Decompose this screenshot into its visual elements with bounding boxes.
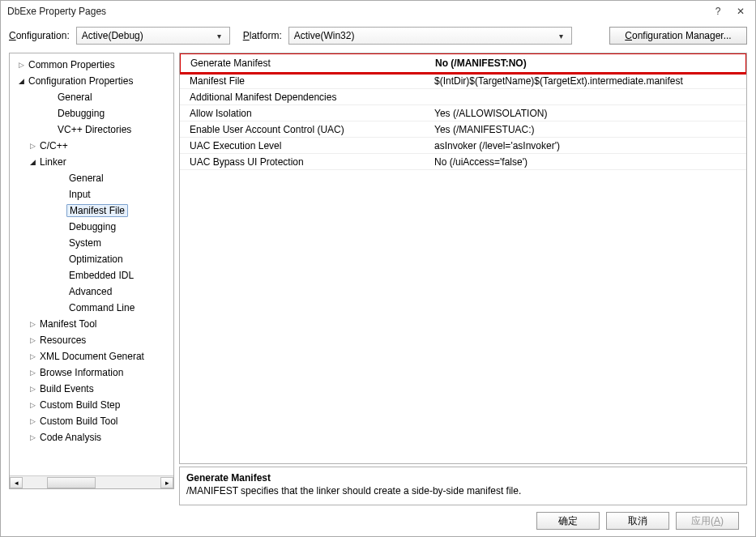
triangle-closed-icon[interactable]: ▷ xyxy=(28,320,37,328)
tree-item[interactable]: ▷Build Events xyxy=(10,381,173,397)
tree-item[interactable]: ▷C/C++ xyxy=(10,138,173,154)
tree-item[interactable]: Debugging xyxy=(10,219,173,235)
tree-item-label: Code Analysis xyxy=(37,432,104,443)
tree-item[interactable]: General xyxy=(10,89,173,105)
triangle-open-icon[interactable]: ◢ xyxy=(16,77,26,85)
tree-item-label: Resources xyxy=(37,335,88,346)
tree-item-label: Custom Build Step xyxy=(37,399,122,411)
property-value[interactable]: asInvoker (/level='asInvoker') xyxy=(431,140,746,151)
chevron-down-icon: ▾ xyxy=(555,32,568,40)
tree-item[interactable]: Command Line xyxy=(10,300,173,316)
tree-item-label: Browse Information xyxy=(37,367,126,378)
tree-item[interactable]: General xyxy=(10,170,173,186)
property-name: Enable User Account Control (UAC) xyxy=(180,124,431,135)
tree-item[interactable]: Advanced xyxy=(10,283,173,300)
triangle-closed-icon[interactable]: ▷ xyxy=(28,417,37,425)
tree-item[interactable]: ▷Custom Build Tool xyxy=(10,413,173,429)
property-value[interactable]: Yes (/ALLOWISOLATION) xyxy=(431,108,746,119)
tree-item[interactable]: ▷Code Analysis xyxy=(10,429,173,445)
tree-item-label: XML Document Generat xyxy=(37,351,147,362)
tree-item-label: Embedded IDL xyxy=(66,270,136,281)
property-grid[interactable]: Generate ManifestNo (/MANIFEST:NO)Manife… xyxy=(179,53,747,464)
property-row[interactable]: UAC Bypass UI ProtectionNo (/uiAccess='f… xyxy=(180,154,746,170)
tree-item-label: Optimization xyxy=(66,254,126,265)
ok-button[interactable]: 确定 xyxy=(536,512,600,530)
configuration-manager-button[interactable]: Configuration Manager... xyxy=(609,27,747,45)
horizontal-scrollbar[interactable]: ◂ ▸ xyxy=(10,475,173,488)
property-row[interactable]: Enable User Account Control (UAC)Yes (/M… xyxy=(180,121,746,138)
triangle-closed-icon[interactable]: ▷ xyxy=(28,385,37,393)
tree-item-label: System xyxy=(66,237,104,249)
tree-item[interactable]: Debugging xyxy=(10,105,173,121)
property-name: Allow Isolation xyxy=(180,108,431,119)
property-name: Additional Manifest Dependencies xyxy=(180,92,431,103)
platform-label: Platform: xyxy=(243,30,282,41)
property-value[interactable]: No (/uiAccess='false') xyxy=(431,156,746,168)
platform-value: Active(Win32) xyxy=(294,30,355,41)
tree-item[interactable]: ▷XML Document Generat xyxy=(10,348,173,364)
tree-item-label: Common Properties xyxy=(26,59,117,70)
tree-item[interactable]: ▷Common Properties xyxy=(10,57,173,73)
configuration-label: Configuration: xyxy=(9,30,70,41)
tree-item[interactable]: ◢Configuration Properties xyxy=(10,73,173,89)
triangle-closed-icon[interactable]: ▷ xyxy=(28,433,37,441)
triangle-closed-icon[interactable]: ▷ xyxy=(28,369,37,377)
tree-item[interactable]: Input xyxy=(10,186,173,202)
property-row[interactable]: Allow IsolationYes (/ALLOWISOLATION) xyxy=(180,105,746,121)
property-value[interactable]: $(IntDir)$(TargetName)$(TargetExt).inter… xyxy=(431,75,746,87)
triangle-closed-icon[interactable]: ▷ xyxy=(28,401,37,409)
tree-item-label: Manifest File xyxy=(66,204,128,217)
tree-item-label: Advanced xyxy=(66,286,114,297)
tree-item-label: VC++ Directories xyxy=(55,124,134,135)
scroll-track[interactable] xyxy=(23,477,160,488)
nav-tree-panel: ▷Common Properties◢Configuration Propert… xyxy=(9,53,174,489)
tree-item[interactable]: Optimization xyxy=(10,251,173,267)
triangle-closed-icon[interactable]: ▷ xyxy=(16,61,26,69)
tree-item-label: Build Events xyxy=(37,383,96,394)
tree-item[interactable]: ▷Browse Information xyxy=(10,364,173,381)
property-row[interactable]: UAC Execution LevelasInvoker (/level='as… xyxy=(180,138,746,154)
tree-item[interactable]: ▷Custom Build Step xyxy=(10,397,173,413)
tree-item-label: General xyxy=(55,92,95,103)
tree-item[interactable]: System xyxy=(10,235,173,251)
tree-item-label: Debugging xyxy=(55,108,107,119)
triangle-open-icon[interactable]: ◢ xyxy=(28,158,37,166)
window-title: DbExe Property Pages xyxy=(7,6,106,17)
tree-item[interactable]: ▷Manifest Tool xyxy=(10,316,173,332)
tree-item[interactable]: VC++ Directories xyxy=(10,121,173,138)
scroll-right-button[interactable]: ▸ xyxy=(160,477,173,488)
cancel-button[interactable]: 取消 xyxy=(606,512,669,530)
property-row[interactable]: Generate ManifestNo (/MANIFEST:NO) xyxy=(179,53,747,75)
platform-combo[interactable]: Active(Win32) ▾ xyxy=(288,27,572,45)
triangle-closed-icon[interactable]: ▷ xyxy=(28,352,37,360)
apply-button[interactable]: 应用(A) xyxy=(676,512,739,530)
tree-item-label: General xyxy=(66,173,106,184)
tree-item[interactable]: ◢Linker xyxy=(10,154,173,170)
tree-item-label: C/C++ xyxy=(37,140,70,151)
tree-item-label: Custom Build Tool xyxy=(37,416,121,427)
property-value[interactable]: Yes (/MANIFESTUAC:) xyxy=(431,124,746,135)
property-value[interactable]: No (/MANIFEST:NO) xyxy=(432,58,745,69)
triangle-closed-icon[interactable]: ▷ xyxy=(28,142,37,150)
titlebar: DbExe Property Pages ? ✕ xyxy=(1,1,755,22)
tree-item-label: Input xyxy=(66,189,93,200)
tree-item-label: Command Line xyxy=(66,302,137,313)
configuration-combo[interactable]: Active(Debug) ▾ xyxy=(76,27,230,45)
tree-item-label: Debugging xyxy=(66,221,118,232)
description-title: Generate Manifest xyxy=(186,472,740,484)
tree-item-label: Configuration Properties xyxy=(26,75,135,87)
property-row[interactable]: Additional Manifest Dependencies xyxy=(180,89,746,105)
scroll-thumb[interactable] xyxy=(47,477,96,488)
tree-item[interactable]: Manifest File xyxy=(10,202,173,219)
property-row[interactable]: Manifest File$(IntDir)$(TargetName)$(Tar… xyxy=(180,73,746,89)
tree-item[interactable]: ▷Resources xyxy=(10,332,173,348)
scroll-left-button[interactable]: ◂ xyxy=(10,477,23,488)
close-icon[interactable]: ✕ xyxy=(733,6,749,17)
property-name: Generate Manifest xyxy=(181,58,432,69)
help-icon[interactable]: ? xyxy=(710,6,726,17)
nav-tree[interactable]: ▷Common Properties◢Configuration Propert… xyxy=(10,53,173,475)
triangle-closed-icon[interactable]: ▷ xyxy=(28,336,37,344)
tree-item[interactable]: Embedded IDL xyxy=(10,267,173,283)
property-name: UAC Execution Level xyxy=(180,140,431,151)
chevron-down-icon: ▾ xyxy=(213,32,226,40)
